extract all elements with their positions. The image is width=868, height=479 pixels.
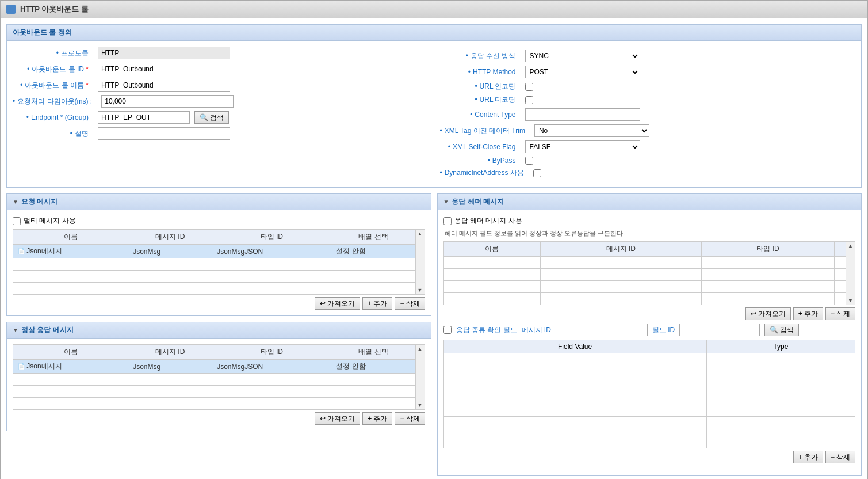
- url-decoding-row: URL 디코딩: [440, 95, 856, 105]
- table-row[interactable]: [443, 257, 846, 269]
- header-table-wrapper: 이름 메시지 ID 타입 ID: [443, 241, 856, 305]
- endpoint-search-button[interactable]: 🔍 검색: [194, 111, 229, 124]
- main-window: HTTP 아웃바운드 룰 아웃바운드 룰 정의 프로토콜: [0, 0, 868, 479]
- request-import-button[interactable]: ↩ 가져오기: [315, 297, 360, 310]
- scroll-up-icon[interactable]: ▲: [416, 230, 424, 238]
- response-delete-button[interactable]: − 삭제: [395, 412, 425, 425]
- response-type-checkbox[interactable]: [443, 326, 452, 334]
- response-row-name: 📄 Json메시지: [13, 360, 128, 374]
- timeout-input[interactable]: [101, 95, 234, 108]
- http-method-select[interactable]: POST GET PUT DELETE: [525, 66, 640, 78]
- dynamic-label: DynamicInetAddress 사용: [440, 168, 529, 178]
- field-value-table: Field Value Type: [443, 340, 856, 448]
- definition-section: 아웃바운드 룰 정의 프로토콜 아웃바운드 룰 ID *: [6, 24, 862, 188]
- normal-response-body: 이름 메시지 ID 타입 ID 배열 선택 📄: [7, 339, 431, 431]
- endpoint-input[interactable]: [98, 111, 190, 124]
- minus-icon: −: [400, 299, 404, 307]
- response-row-msgid: JsonMsg: [128, 360, 212, 374]
- url-decoding-checkbox[interactable]: [525, 96, 533, 104]
- header-scrollbar[interactable]: ▲ ▼: [846, 241, 855, 305]
- table-row[interactable]: [443, 281, 846, 293]
- url-encoding-checkbox[interactable]: [525, 83, 533, 91]
- normal-response-arrow-icon: ▼: [13, 327, 18, 333]
- right-column: 응답 수신 방식 SYNC ASYNC HTTP Method POST G: [440, 47, 856, 181]
- table-row[interactable]: [13, 283, 416, 295]
- request-header: ▼ 요청 메시지: [7, 194, 431, 210]
- table-row[interactable]: [443, 417, 855, 448]
- scroll-down-icon[interactable]: ▼: [416, 286, 424, 294]
- response-scrollbar[interactable]: ▲ ▼: [416, 344, 425, 410]
- response-add-button[interactable]: + 추가: [362, 412, 392, 425]
- right-bottom: ▼ 응답 헤더 메시지 응답 헤더 메시지 사용 헤더 메시지 필드 정보를 읽…: [437, 193, 862, 476]
- header-col-extra: [835, 242, 846, 257]
- rule-id-input[interactable]: [98, 63, 230, 75]
- table-row[interactable]: [443, 269, 846, 281]
- header-import-button[interactable]: ↩ 가져오기: [745, 307, 791, 320]
- dynamic-checkbox[interactable]: [533, 169, 541, 177]
- plus-icon: +: [368, 415, 372, 423]
- multi-msg-checkbox[interactable]: [13, 217, 21, 225]
- header-add-button[interactable]: + 추가: [793, 307, 823, 320]
- header-use-checkbox[interactable]: [443, 217, 452, 225]
- table-row[interactable]: [13, 398, 416, 410]
- table-row[interactable]: 📄 Json메시지 JsonMsg JsonMsgJSON 설정 안함: [13, 360, 416, 374]
- table-row[interactable]: [443, 293, 846, 305]
- response-col-array: 배열 선택: [331, 345, 415, 360]
- xml-self-close-row: XML Self-Close Flag FALSE TRUE: [440, 140, 856, 153]
- scroll-up-icon[interactable]: ▲: [416, 345, 424, 353]
- rule-name-input[interactable]: [98, 79, 230, 92]
- response-method-row: 응답 수신 방식 SYNC ASYNC: [440, 50, 856, 62]
- request-arrow-icon: ▼: [13, 199, 18, 205]
- request-col-name: 이름: [13, 230, 128, 245]
- response-type-msgid-input[interactable]: [556, 324, 648, 336]
- content-type-input[interactable]: [525, 108, 640, 121]
- header-col-name: 이름: [443, 242, 540, 257]
- xml-tag-select[interactable]: No Yes: [534, 124, 649, 137]
- table-row[interactable]: 📄 Json메시지 JsonMsg JsonMsgJSON 설정 안함: [13, 245, 416, 258]
- msg-id-label: 메시지 ID: [522, 325, 551, 335]
- field-value-delete-button[interactable]: − 삭제: [825, 451, 855, 463]
- search-icon: 🔍: [200, 113, 208, 121]
- table-row[interactable]: [13, 374, 416, 386]
- scroll-down-icon[interactable]: ▼: [416, 401, 424, 409]
- endpoint-label: Endpoint * (Group): [13, 113, 93, 121]
- response-import-button[interactable]: ↩ 가져오기: [315, 412, 360, 425]
- description-input[interactable]: [98, 127, 230, 140]
- response-method-select[interactable]: SYNC ASYNC: [525, 50, 640, 62]
- response-type-row: 응답 종류 확인 필드 메시지 ID 필드 ID 🔍 검색: [443, 324, 856, 336]
- table-row[interactable]: [443, 353, 855, 385]
- request-delete-button[interactable]: − 삭제: [395, 297, 425, 310]
- table-row[interactable]: [13, 258, 416, 271]
- response-actions: ↩ 가져오기 + 추가 − 삭제: [13, 412, 425, 425]
- bypass-checkbox[interactable]: [525, 157, 533, 165]
- table-row[interactable]: [13, 386, 416, 398]
- rule-id-row: 아웃바운드 룰 ID *: [13, 63, 429, 75]
- left-bottom: ▼ 요청 메시지 멀티 메시지 사용 이름: [6, 193, 431, 476]
- request-row-array: 설정 안함: [331, 245, 415, 258]
- bypass-row: ByPass: [440, 157, 856, 165]
- table-row[interactable]: [443, 385, 855, 417]
- scroll-up-icon[interactable]: ▲: [847, 242, 854, 250]
- request-add-button[interactable]: + 추가: [362, 297, 392, 310]
- scroll-down-icon[interactable]: ▼: [847, 296, 854, 305]
- header-section: ▼ 응답 헤더 메시지 응답 헤더 메시지 사용 헤더 메시지 필드 정보를 읽…: [437, 193, 862, 476]
- plus-icon: +: [798, 453, 802, 461]
- xml-self-close-select[interactable]: FALSE TRUE: [525, 140, 640, 153]
- header-delete-button[interactable]: − 삭제: [825, 307, 855, 320]
- request-row-msgid: JsonMsg: [128, 245, 212, 258]
- page-title: 아웃바운드 룰 정의: [13, 28, 72, 37]
- response-table-wrapper: 이름 메시지 ID 타입 ID 배열 선택 📄: [13, 344, 425, 410]
- field-value-add-button[interactable]: + 추가: [793, 451, 823, 463]
- rule-id-label: 아웃바운드 룰 ID *: [13, 64, 93, 74]
- title-bar: HTTP 아웃바운드 룰: [1, 1, 867, 18]
- response-type-search-button[interactable]: 🔍 검색: [764, 324, 799, 336]
- request-scrollbar[interactable]: ▲ ▼: [416, 229, 425, 295]
- table-row[interactable]: [13, 271, 416, 283]
- header-checkbox-label: 응답 헤더 메시지 사용: [454, 216, 522, 226]
- response-type-label: 응답 종류 확인 필드: [456, 325, 517, 335]
- response-type-fieldid-input[interactable]: [679, 324, 760, 336]
- search-icon: 🔍: [770, 326, 778, 334]
- header-info-text: 헤더 메시지 필드 정보를 읽어 정상과 정상 오류응답을 구분한다.: [445, 229, 856, 238]
- content-type-row: Content Type: [440, 108, 856, 121]
- response-col-msgid: 메시지 ID: [128, 345, 212, 360]
